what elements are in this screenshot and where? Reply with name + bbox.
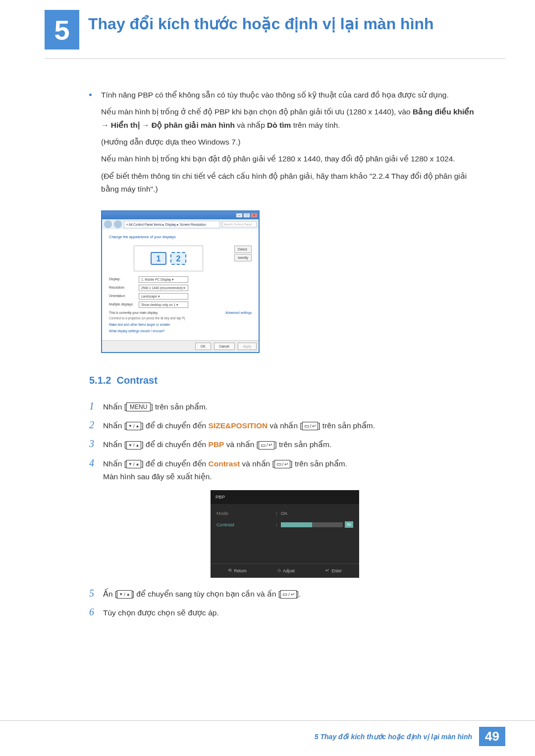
bullet-icon xyxy=(89,94,92,96)
page-number: 49 xyxy=(479,727,505,746)
windows-screenshot: – □ × « All Control Panel Items ▸ Displa… xyxy=(101,210,260,353)
breadcrumb: « All Control Panel Items ▸ Display ▸ Sc… xyxy=(124,221,220,228)
chapter-title: Thay đổi kích thước hoặc định vị lại màn… xyxy=(88,10,434,34)
nav-back-icon xyxy=(104,220,112,228)
maximize-icon: □ xyxy=(243,213,250,218)
rect-enter-key-icon: / xyxy=(280,590,297,599)
paragraph-reference: (Để biết thêm thông tin chi tiết về cách… xyxy=(89,170,481,196)
resolution-value: 2560 x 1440 (recommended) ▾ xyxy=(139,285,188,291)
detect-button: Detect xyxy=(234,246,252,253)
advanced-settings-link: Advanced settings xyxy=(225,310,252,315)
step-6-text: Tùy chọn được chọn sẽ được áp. xyxy=(103,605,481,619)
osd-screenshot: PBP Mode : On Contrast : 50 ⟲Return xyxy=(211,490,359,577)
step-number-5: 5 xyxy=(89,587,103,600)
menu-key-icon: MENU xyxy=(126,403,151,411)
down-up-key-icon: / xyxy=(117,590,132,599)
osd-return-hint: ⟲Return xyxy=(228,567,247,574)
osd-adjust-hint: ◇Adjust xyxy=(277,567,295,574)
step-number-6: 6 xyxy=(89,605,103,618)
osd-contrast-label: Contrast xyxy=(216,521,276,529)
main-display-note: This is currently your main display. xyxy=(109,310,158,315)
ok-button: OK xyxy=(195,343,211,350)
step-number-1: 1 xyxy=(89,400,103,412)
step-3-text: Nhấn [/] để di chuyển đến PBP và nhấn [/… xyxy=(103,437,481,451)
down-up-key-icon: / xyxy=(126,422,141,430)
paragraph-fallback-res: Nếu màn hình bị trống khi bạn đặt độ phâ… xyxy=(89,152,481,165)
bullet-text: Tính năng PBP có thể không sẵn có tùy th… xyxy=(101,91,449,99)
dialog-title: Change the appearance of your displays xyxy=(109,234,252,241)
step-number-4: 4 xyxy=(89,456,103,469)
step-number-3: 3 xyxy=(89,437,103,450)
step-4-text: Nhấn [/] để di chuyển đến Contrast và nh… xyxy=(103,456,481,484)
step-2-text: Nhấn [/] để di chuyển đến SIZE&POSITION … xyxy=(103,418,481,432)
cancel-button: Cancel xyxy=(214,343,235,350)
minimize-icon: – xyxy=(236,213,243,218)
down-up-key-icon: / xyxy=(126,441,141,450)
adjust-icon: ◇ xyxy=(277,567,281,574)
osd-title: PBP xyxy=(211,490,359,504)
search-input: Search Control Panel xyxy=(222,221,257,227)
osd-mode-value: On xyxy=(281,509,353,517)
step-number-2: 2 xyxy=(89,418,103,431)
monitor-1-icon: 1 xyxy=(151,252,166,265)
rect-enter-key-icon: / xyxy=(302,422,319,430)
return-icon: ⟲ xyxy=(228,567,232,574)
paragraph-resolution-guide: Nếu màn hình bị trống ở chế độ PBP khi b… xyxy=(89,105,481,132)
step-5-text: Ấn [/] để chuyển sang tùy chọn bạn cần v… xyxy=(103,587,481,601)
rect-enter-key-icon: / xyxy=(259,441,275,450)
text-size-link: Make text and other items larger or smal… xyxy=(109,322,252,327)
osd-contrast-slider: 50 xyxy=(281,521,353,528)
step-1-text: Nhấn [MENU] trên sản phẩm. xyxy=(103,400,481,413)
apply-button: Apply xyxy=(238,343,257,350)
rect-enter-key-icon: / xyxy=(274,460,291,468)
identify-button: Identify xyxy=(234,254,252,261)
orientation-value: Landscape ▾ xyxy=(139,293,188,300)
paragraph-windows-note: (Hướng dẫn được dựa theo Windows 7.) xyxy=(89,136,481,149)
monitor-2-icon: 2 xyxy=(170,252,186,265)
down-up-key-icon: / xyxy=(126,460,141,468)
subsection-heading: 5.1.2 Contrast xyxy=(89,372,481,389)
osd-contrast-value: 50 xyxy=(345,521,353,528)
display-label: Display: xyxy=(109,276,139,283)
projector-note: Connect to a projector (or press the ⊞ k… xyxy=(109,315,252,321)
display-settings-link: What display settings should I choose? xyxy=(109,328,252,334)
nav-forward-icon xyxy=(114,220,122,228)
monitor-preview: 1 2 xyxy=(134,246,203,271)
footer-chapter-title: 5 Thay đổi kích thước hoặc định vị lại m… xyxy=(315,733,472,741)
display-value: 1. Mobile PC Display ▾ xyxy=(139,276,188,283)
multi-label: Multiple displays: xyxy=(109,302,139,308)
orientation-label: Orientation: xyxy=(109,293,139,300)
resolution-label: Resolution: xyxy=(109,285,139,291)
osd-mode-label: Mode xyxy=(216,509,276,517)
window-titlebar: – □ × xyxy=(102,211,259,219)
enter-icon: ↵ xyxy=(325,567,329,574)
osd-enter-hint: ↵Enter xyxy=(325,567,341,574)
close-icon: × xyxy=(251,213,258,218)
chapter-number-badge: 5 xyxy=(45,10,79,50)
multi-value: Show desktop only on 1 ▾ xyxy=(139,302,188,308)
